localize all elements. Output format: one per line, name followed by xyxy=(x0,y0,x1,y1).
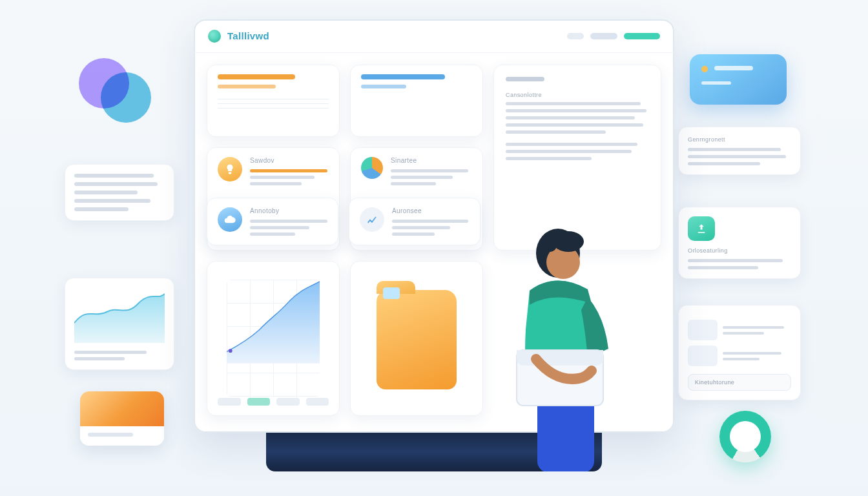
area-chart-icon xyxy=(227,280,320,364)
header-toggle[interactable] xyxy=(567,33,584,39)
venn-circle-teal xyxy=(101,72,151,123)
hero-card-a[interactable] xyxy=(207,65,340,137)
main-area-chart-card[interactable] xyxy=(207,261,340,416)
panel-section-label: Cansonlottre xyxy=(506,92,649,98)
right-card-title: Genrngronett xyxy=(688,136,791,143)
brand-name: Talllivwd xyxy=(227,30,269,41)
image-thumb-icon xyxy=(383,287,400,299)
cta-label: Kinetuhtorune xyxy=(695,379,734,386)
progress-ring-icon xyxy=(719,411,771,462)
hero-card-b[interactable] xyxy=(350,65,483,137)
header-nav-link[interactable] xyxy=(590,33,617,39)
card-line-1 xyxy=(714,66,753,70)
panel-heading xyxy=(506,77,544,81)
feature-label: Sawdov xyxy=(250,157,327,164)
feature-card-auronsee[interactable]: Auronsee xyxy=(349,198,480,245)
left-text-card xyxy=(65,164,174,221)
feature-label: Sinartee xyxy=(391,157,468,164)
thumbnail-image-icon xyxy=(80,391,164,426)
right-card-title: Orloseaturling xyxy=(688,247,791,254)
upload-icon xyxy=(688,216,715,241)
cta-button[interactable]: Kinetuhtorune xyxy=(688,374,791,391)
card-chip-icon xyxy=(701,66,708,72)
lamp-icon xyxy=(218,157,242,181)
app-window: Talllivwd Cansonlottre xyxy=(194,19,674,433)
folder-chart-card[interactable] xyxy=(350,261,483,416)
right-credit-card-widget[interactable] xyxy=(690,54,787,105)
area-chart-icon xyxy=(74,287,165,343)
brand-logo-icon[interactable] xyxy=(208,30,221,43)
list-thumbnail-icon xyxy=(688,346,718,366)
detail-panel: Cansonlottre xyxy=(493,65,661,251)
line-chart-icon xyxy=(360,207,384,232)
svg-point-0 xyxy=(229,349,232,353)
progress-ring-widget xyxy=(719,411,771,462)
monitor-stand xyxy=(266,433,602,471)
app-header: Talllivwd xyxy=(194,19,674,53)
pie-chart-icon xyxy=(361,157,383,179)
folder-icon xyxy=(377,290,457,389)
header-cta-button[interactable] xyxy=(624,33,660,39)
right-card-orloseaturling[interactable]: Orloseaturling xyxy=(678,207,801,279)
feature-label: Auronsee xyxy=(392,207,468,214)
feature-label: Annotoby xyxy=(250,207,327,214)
feature-card-annotoby[interactable]: Annotoby xyxy=(207,198,338,245)
card-line-2 xyxy=(701,81,731,85)
venn-diagram-widget xyxy=(71,50,155,134)
left-image-thumbnail[interactable] xyxy=(80,391,164,446)
chart-legend xyxy=(218,395,329,409)
cloud-icon xyxy=(218,207,242,232)
left-mini-chart-card xyxy=(65,278,174,375)
thumbnail-caption xyxy=(88,433,133,437)
list-thumbnail-icon xyxy=(688,320,718,340)
right-card-list[interactable]: Kinetuhtorune xyxy=(678,305,801,400)
right-card-geringronett[interactable]: Genrngronett xyxy=(678,127,801,175)
monitor-frame: Talllivwd Cansonlottre xyxy=(194,19,674,471)
